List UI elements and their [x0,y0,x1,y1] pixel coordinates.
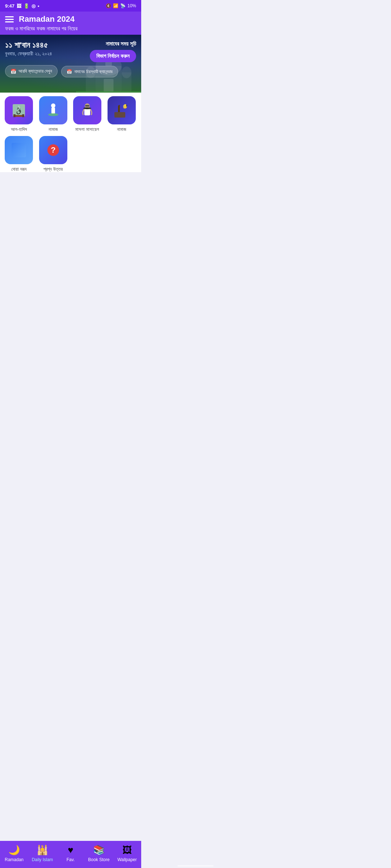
dua-icon [5,136,33,164]
category-hadis[interactable]: قُ أ আল-হাদিস [4,96,34,132]
qna-label: প্রশ্ন উত্তর [43,166,63,172]
svg-text:?: ? [51,145,55,154]
svg-rect-21 [85,105,89,107]
location-icon: ◎ [31,3,35,9]
namaz2-icon: 🌙 [108,96,136,124]
arabic-calendar-btn[interactable]: 📅 আরবি ক্যালেন্ডার দেখুন [5,65,58,77]
svg-rect-7 [104,79,114,92]
battery-percent: 10% [127,3,136,8]
grid-row-1: قُ أ আল-হাদিস নামাজ [4,96,138,132]
hamburger-menu[interactable] [5,16,14,22]
status-bar: 9:47 🖼 🔋 ◎ • 🔇 📶 📡 10% [0,0,141,12]
status-left: 9:47 🖼 🔋 ◎ • [5,3,39,9]
banner-content: ১১ শা'বান ১৪৪৫ বুধবার, ফেব্রুয়ারী ২১, ২… [5,41,136,77]
svg-rect-13 [13,114,16,117]
dot-icon: • [38,3,39,9]
svg-rect-20 [83,107,91,109]
prayer-time-label: নামাযের সময় সূচি [90,41,136,47]
mute-icon: 🔇 [106,3,111,8]
category-dua[interactable]: দোয়া দরূদ [4,136,34,172]
calendar2-icon: 📅 [67,69,72,74]
battery-icon: 🔋 [24,3,29,9]
app-title: Ramadan 2024 [19,14,75,24]
category-grid: قُ أ আল-হাদিস নামাজ [0,93,141,172]
gregorian-date: বুধবার, ফেব্রুয়ারী ২১, ২০২৪ [5,51,52,57]
masla-label: মাসলা মাসায়েল [75,127,99,132]
category-namaz2[interactable]: 🌙 নামাজ [106,96,137,132]
category-masla[interactable]: মাসলা মাসায়েল [72,96,103,132]
calendar-icon: 📅 [10,69,16,74]
banner-section: ১১ শা'বান ১৪৪৫ বুধবার, ফেব্রুয়ারী ২১, ২… [0,35,141,93]
svg-rect-14 [22,114,24,117]
svg-point-15 [51,103,55,108]
app-header: Ramadan 2024 ফরজ ও মাগরিবের ফরজ নামাযের … [0,12,141,35]
main-content [0,176,141,349]
photo-icon: 🖼 [17,3,21,9]
svg-point-25 [124,104,127,107]
hadis-icon: قُ أ [5,96,33,124]
svg-text:أ: أ [18,106,20,110]
svg-rect-16 [51,107,55,114]
signal-icon: 📡 [120,3,126,8]
header-marquee: ফরজ ও মাগরিবের ফরজ নামাযের পর নিয়ের [5,25,136,35]
svg-rect-22 [114,112,125,118]
namaz-label: নামাজ [49,127,58,132]
wifi-icon: 📶 [113,3,118,8]
category-qna[interactable]: ? প্রশ্ন উত্তর [38,136,69,172]
select-division-btn[interactable]: বিভাগ নির্বাচন করুন [90,50,136,62]
hijri-date: ১১ শা'বান ১৪৪৫ [5,41,52,50]
hadis-label: আল-হাদিস [11,127,27,132]
namaz2-label: নামাজ [117,127,126,132]
namaz-icon [39,96,67,124]
dua-label: দোয়া দরূদ [11,166,26,172]
qna-icon: ? [39,136,67,164]
status-time: 9:47 [5,3,14,9]
permanent-calendar-btn[interactable]: 📅 নামাযের চিরস্থায়ী ক্যালেন্ডার [61,66,118,77]
svg-point-17 [48,113,58,116]
category-namaz[interactable]: নামাজ [38,96,69,132]
svg-rect-12 [15,115,23,117]
status-right: 🔇 📶 📡 10% [106,3,136,8]
masla-icon [73,96,101,124]
svg-rect-26 [12,143,26,157]
grid-row-2: দোয়া দরূদ ? প্রশ্ন উত্তর [4,136,138,172]
